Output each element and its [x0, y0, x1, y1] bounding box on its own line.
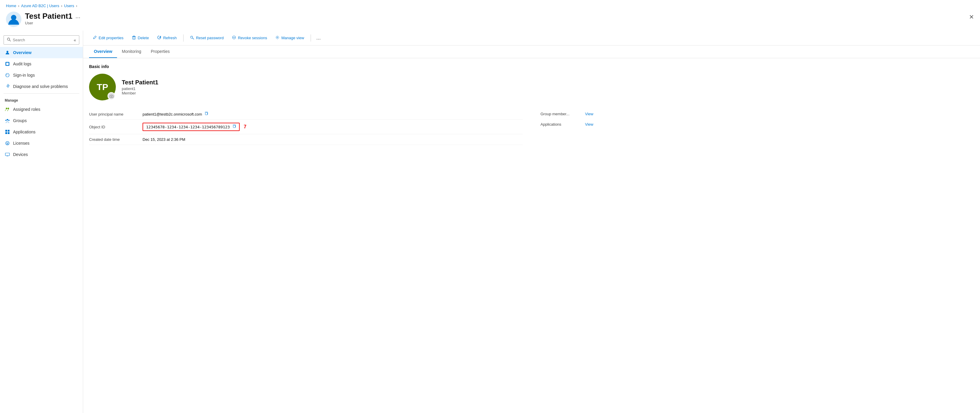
svg-point-10: [7, 119, 8, 121]
main-layout: « Overview Audit logs Sign-in logs: [0, 30, 980, 413]
sidebar-item-assigned-roles[interactable]: Assigned roles: [0, 104, 83, 115]
breadcrumb-users[interactable]: Users: [64, 3, 74, 8]
svg-point-27: [191, 36, 193, 38]
svg-point-9: [8, 108, 9, 109]
delete-icon: [132, 35, 136, 40]
wrench-icon: [5, 84, 10, 89]
sidebar-groups-label: Groups: [13, 118, 27, 123]
main-content: Edit properties Delete Refresh Reset: [83, 30, 980, 413]
sidebar-item-overview[interactable]: Overview: [0, 47, 83, 58]
avatar-initials: TP: [97, 82, 108, 92]
header-user-icon: [6, 11, 21, 27]
svg-point-8: [6, 108, 8, 109]
search-box[interactable]: «: [3, 35, 79, 45]
fields-right: Group member... View Applications View: [541, 109, 974, 145]
sidebar-signin-label: Sign-in logs: [13, 73, 35, 78]
toolbar-ellipsis[interactable]: ...: [314, 35, 323, 41]
apps-icon: [5, 129, 10, 135]
svg-point-12: [8, 120, 10, 121]
sidebar: « Overview Audit logs Sign-in logs: [0, 30, 83, 413]
svg-rect-16: [8, 132, 10, 134]
tabs: Overview Monitoring Properties: [83, 45, 980, 58]
sidebar-item-licenses[interactable]: $ Licenses: [0, 137, 83, 149]
page-subtitle: User: [25, 21, 72, 25]
collapse-button[interactable]: «: [74, 38, 76, 43]
objectid-copy-button[interactable]: [232, 124, 236, 129]
manage-view-button[interactable]: Manage view: [272, 34, 308, 42]
number-badge: 7: [244, 124, 247, 129]
log-icon: [5, 61, 10, 67]
tab-properties[interactable]: Properties: [146, 45, 175, 58]
edit-properties-button[interactable]: Edit properties: [89, 34, 127, 42]
refresh-button[interactable]: Refresh: [154, 34, 180, 42]
svg-rect-15: [5, 132, 7, 134]
page-title: Test Patient1: [25, 11, 72, 21]
breadcrumb: Home › Azure AD B2C | Users › Users ›: [0, 0, 980, 10]
manage-divider: [3, 93, 79, 94]
user-username: patient1: [122, 86, 158, 91]
key-icon: [190, 35, 194, 40]
sidebar-diagnose-label: Diagnose and solve problems: [13, 84, 68, 89]
signin-icon: [5, 72, 10, 78]
sidebar-applications-label: Applications: [13, 129, 36, 134]
breadcrumb-tenant[interactable]: Azure AD B2C | Users: [21, 3, 59, 8]
sidebar-item-diagnose[interactable]: Diagnose and solve problems: [0, 81, 83, 92]
search-icon: [7, 37, 11, 43]
sidebar-item-devices[interactable]: Devices: [0, 149, 83, 160]
sidebar-audit-label: Audit logs: [13, 62, 31, 66]
svg-line-28: [192, 38, 194, 39]
user-icon: [5, 50, 10, 55]
user-display-name: Test Patient1: [122, 79, 158, 86]
manage-section-label: Manage: [0, 95, 83, 104]
header-ellipsis-button[interactable]: ...: [75, 13, 81, 20]
applications-view-link[interactable]: View: [585, 122, 593, 126]
camera-button[interactable]: [108, 92, 115, 100]
sidebar-item-groups[interactable]: Groups: [0, 115, 83, 126]
revoke-icon: [232, 35, 236, 40]
close-button[interactable]: ✕: [969, 13, 974, 21]
tab-overview[interactable]: Overview: [89, 45, 117, 58]
fields-left: User principal name patient1@testb2c.onm…: [89, 109, 523, 145]
svg-rect-33: [205, 113, 208, 115]
field-row-objectid: Object ID 12345678-1234-1234-1234-123456…: [89, 120, 523, 134]
user-avatar: TP: [89, 74, 116, 101]
sidebar-item-signin-logs[interactable]: Sign-in logs: [0, 70, 83, 81]
svg-rect-14: [8, 130, 10, 132]
svg-text:$: $: [7, 142, 8, 145]
content-area: Basic info TP Test Patient1 patient1 Mem…: [83, 58, 980, 413]
sidebar-licenses-label: Licenses: [13, 141, 29, 145]
roles-icon: [5, 107, 10, 112]
objectid-label: Object ID: [89, 125, 143, 129]
gear-icon: [275, 35, 280, 40]
svg-point-11: [5, 120, 6, 121]
svg-rect-20: [5, 153, 10, 156]
licenses-icon: $: [5, 140, 10, 146]
sidebar-item-applications[interactable]: Applications: [0, 126, 83, 137]
user-role: Member: [122, 91, 158, 96]
upn-label: User principal name: [89, 112, 143, 116]
object-id-box: 12345678-1234-1234-1234-123456789123: [143, 123, 240, 131]
upn-copy-button[interactable]: [204, 112, 208, 116]
basic-info-label: Basic info: [89, 64, 974, 69]
delete-button[interactable]: Delete: [128, 34, 153, 42]
user-info: Test Patient1 patient1 Member: [122, 79, 158, 96]
revoke-sessions-button[interactable]: Revoke sessions: [228, 34, 270, 42]
field-row-upn: User principal name patient1@testb2c.onm…: [89, 109, 523, 120]
groups-view-link[interactable]: View: [585, 112, 593, 116]
svg-rect-6: [6, 63, 9, 65]
breadcrumb-home[interactable]: Home: [6, 3, 16, 8]
page-header: Test Patient1 User ... ✕: [0, 10, 980, 30]
edit-icon: [93, 35, 97, 40]
upn-value: patient1@testb2c.onmicrosoft.com: [143, 112, 208, 116]
fields-section: User principal name patient1@testb2c.onm…: [89, 109, 974, 145]
sidebar-assigned-roles-label: Assigned roles: [13, 107, 40, 112]
reset-password-button[interactable]: Reset password: [186, 34, 227, 42]
svg-point-32: [111, 96, 112, 97]
svg-line-3: [10, 40, 11, 41]
sidebar-devices-label: Devices: [13, 152, 28, 157]
tab-monitoring[interactable]: Monitoring: [117, 45, 146, 58]
search-input[interactable]: [13, 38, 72, 42]
field-row-created: Created date time Dec 15, 2023 at 2:36 P…: [89, 134, 523, 145]
sidebar-item-audit-logs[interactable]: Audit logs: [0, 58, 83, 70]
right-field-groups: Group member... View: [541, 109, 974, 119]
